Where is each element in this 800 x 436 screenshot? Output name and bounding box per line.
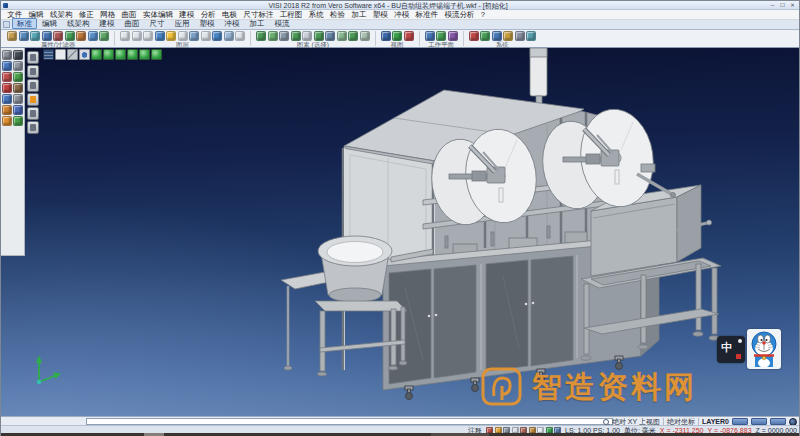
display-toggle-button[interactable] (27, 121, 39, 134)
ribbon-icon[interactable] (256, 31, 266, 41)
view-orientation-button[interactable] (67, 49, 78, 60)
ribbon-icon[interactable] (448, 31, 458, 41)
ribbon-icon[interactable] (143, 31, 153, 41)
menu-item[interactable]: 标准件 (412, 10, 441, 20)
window-control-button[interactable]: ✕ (788, 1, 797, 9)
ribbon-icon[interactable] (65, 31, 75, 41)
ribbon-icon[interactable] (348, 31, 358, 41)
display-toggle-button[interactable] (27, 65, 39, 78)
ribbon-icon[interactable] (19, 31, 29, 41)
ribbon-icon[interactable] (155, 31, 165, 41)
ribbon-tab[interactable]: 应用 (170, 18, 195, 29)
palette-tool-icon[interactable] (13, 83, 23, 93)
view-orientation-button[interactable] (127, 49, 138, 60)
ribbon-tab[interactable]: 尺寸 (145, 18, 170, 29)
ribbon-tab[interactable]: 模流 (270, 18, 295, 29)
ribbon-tab[interactable]: 冲模 (220, 18, 245, 29)
ribbon-icon[interactable] (279, 31, 289, 41)
ribbon-tab[interactable]: 曲面 (120, 18, 145, 29)
ribbon-icon[interactable] (178, 31, 188, 41)
ribbon-icon[interactable] (42, 31, 52, 41)
view-orientation-button[interactable] (151, 49, 162, 60)
ribbon-tab[interactable]: 加工 (245, 18, 270, 29)
menu-item[interactable]: 模流分析 (441, 10, 477, 20)
palette-tool-icon[interactable] (2, 83, 12, 93)
ribbon-icon[interactable] (166, 31, 176, 41)
ribbon-icon[interactable] (120, 31, 130, 41)
palette-tool-icon[interactable] (13, 105, 23, 115)
model-top-cylinder[interactable] (530, 48, 547, 111)
display-toggle-button[interactable] (27, 79, 39, 92)
palette-tool-icon[interactable] (13, 72, 23, 82)
ribbon-icon[interactable] (381, 31, 391, 41)
ribbon-icon[interactable] (224, 31, 234, 41)
ribbon-icon[interactable] (201, 31, 211, 41)
palette-tool-icon[interactable] (2, 105, 12, 115)
ribbon-minimize-icon[interactable] (3, 21, 10, 28)
palette-tool-icon[interactable] (2, 94, 12, 104)
palette-tool-icon[interactable] (13, 94, 23, 104)
menu-item[interactable]: ? (478, 10, 489, 20)
status-meter-button[interactable] (732, 418, 748, 425)
ribbon-icon[interactable] (425, 31, 435, 41)
command-input[interactable] (86, 418, 613, 425)
ribbon-icon[interactable] (515, 31, 525, 41)
ribbon-icon[interactable] (492, 31, 502, 41)
window-control-button[interactable]: ─ (768, 1, 777, 9)
ribbon-icon[interactable] (99, 31, 109, 41)
display-toggle-button[interactable] (27, 93, 39, 106)
menu-item[interactable]: 冲模 (391, 10, 412, 20)
ribbon-icon[interactable] (30, 31, 40, 41)
ribbon-icon[interactable] (212, 31, 222, 41)
window-control-button[interactable]: ☐ (778, 1, 787, 9)
palette-tool-icon[interactable] (13, 61, 23, 71)
ribbon-icon[interactable] (337, 31, 347, 41)
ribbon-icon[interactable] (314, 31, 324, 41)
palette-tool-icon[interactable] (13, 116, 23, 126)
ribbon-tab[interactable]: 建模 (95, 18, 120, 29)
status-meter-button[interactable] (751, 418, 767, 425)
palette-tool-icon[interactable] (13, 50, 23, 60)
ribbon-icon[interactable] (503, 31, 513, 41)
palette-tool-icon[interactable] (2, 50, 12, 60)
menu-item[interactable]: 检验 (327, 10, 348, 20)
view-orientation-button[interactable] (139, 49, 150, 60)
ribbon-icon[interactable] (392, 31, 402, 41)
display-toggle-button[interactable] (27, 107, 39, 120)
view-orientation-button[interactable] (115, 49, 126, 60)
ribbon-tab[interactable]: 线架构 (62, 18, 95, 29)
ribbon-icon[interactable] (480, 31, 490, 41)
ribbon-icon[interactable] (291, 31, 301, 41)
menu-item[interactable]: 加工 (348, 10, 369, 20)
ribbon-icon[interactable] (469, 31, 479, 41)
ribbon-tab[interactable]: 标准 (12, 18, 37, 29)
display-toggle-button[interactable] (27, 51, 39, 64)
menu-item[interactable]: 系统 (306, 10, 327, 20)
view-orientation-button[interactable] (103, 49, 114, 60)
ribbon-icon[interactable] (189, 31, 199, 41)
ribbon-icon[interactable] (268, 31, 278, 41)
ribbon-icon[interactable] (325, 31, 335, 41)
palette-tool-icon[interactable] (2, 72, 12, 82)
view-orientation-button[interactable] (43, 49, 54, 60)
ribbon-tab[interactable]: 编辑 (37, 18, 62, 29)
machine-3d-model[interactable] (25, 48, 799, 416)
ribbon-icon[interactable] (53, 31, 63, 41)
ribbon-icon[interactable] (88, 31, 98, 41)
view-orientation-button[interactable] (91, 49, 102, 60)
menu-item[interactable]: 塑模 (370, 10, 391, 20)
palette-tool-icon[interactable] (2, 61, 12, 71)
ribbon-icon[interactable] (132, 31, 142, 41)
ribbon-icon[interactable] (436, 31, 446, 41)
search-icon[interactable] (603, 419, 609, 425)
ribbon-icon[interactable] (404, 31, 414, 41)
palette-tool-icon[interactable] (2, 116, 12, 126)
ribbon-tab[interactable]: 塑模 (195, 18, 220, 29)
ribbon-icon[interactable] (302, 31, 312, 41)
view-orientation-button[interactable] (55, 49, 66, 60)
ribbon-icon[interactable] (235, 31, 245, 41)
view-orientation-button[interactable] (79, 49, 90, 60)
ribbon-icon[interactable] (360, 31, 370, 41)
status-meter-button[interactable] (770, 418, 786, 425)
ribbon-icon[interactable] (526, 31, 536, 41)
